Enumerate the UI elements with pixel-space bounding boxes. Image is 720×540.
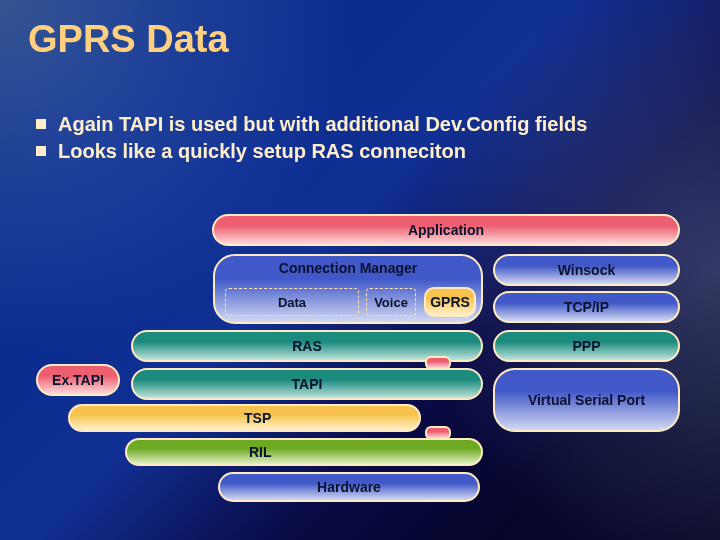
bullet-list: Again TAPI is used but with additional D… — [36, 110, 690, 166]
box-winsock: Winsock — [493, 254, 680, 286]
box-label: Hardware — [311, 479, 387, 495]
dashed-label: Voice — [374, 295, 408, 310]
box-ril: RIL — [125, 438, 483, 466]
bullet-item: Again TAPI is used but with additional D… — [36, 112, 690, 137]
connector-icon — [425, 356, 451, 370]
box-label: PPP — [566, 338, 606, 354]
box-label: GPRS — [424, 294, 476, 310]
box-label: TCP/IP — [558, 299, 615, 315]
bullet-square-icon — [36, 119, 46, 129]
box-virtual-serial-port: Virtual Serial Port — [493, 368, 680, 432]
box-label: Virtual Serial Port — [522, 392, 651, 408]
bullet-text: Looks like a quickly setup RAS connecito… — [58, 139, 466, 164]
bullet-text: Again TAPI is used but with additional D… — [58, 112, 587, 137]
dashed-label: Data — [278, 295, 306, 310]
subbox-voice: Voice — [366, 288, 416, 316]
bullet-square-icon — [36, 146, 46, 156]
box-ppp: PPP — [493, 330, 680, 362]
box-label: Connection Manager — [273, 260, 423, 276]
box-label: Ex.TAPI — [46, 372, 110, 388]
box-application: Application — [212, 214, 680, 246]
bullet-item: Looks like a quickly setup RAS connecito… — [36, 139, 690, 164]
box-label: Winsock — [552, 262, 621, 278]
box-label: RIL — [243, 444, 278, 460]
box-tapi: TAPI — [131, 368, 483, 400]
box-tcpip: TCP/IP — [493, 291, 680, 323]
box-label: TSP — [238, 410, 277, 426]
box-label: RAS — [286, 338, 328, 354]
slide-canvas: GPRS Data Again TAPI is used but with ad… — [0, 0, 720, 540]
box-hardware: Hardware — [218, 472, 480, 502]
box-extapi: Ex.TAPI — [36, 364, 120, 396]
box-gprs: GPRS — [424, 287, 476, 317]
box-label: TAPI — [286, 376, 329, 392]
box-tsp: TSP — [68, 404, 421, 432]
slide-title: GPRS Data — [28, 18, 229, 61]
subbox-data: Data — [225, 288, 359, 316]
box-label: Application — [402, 222, 490, 238]
